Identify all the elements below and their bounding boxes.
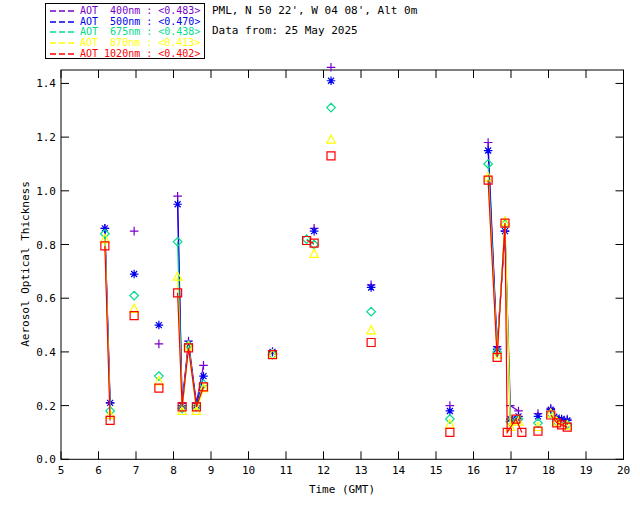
y-tick-label: 1.4 [36,77,56,90]
x-tick-label: 6 [95,464,102,477]
legend-entry-label: AOT 675nm : <0.438> [80,27,200,37]
y-tick-label: 0.4 [36,346,56,359]
x-tick-label: 19 [579,464,592,477]
aot-400nm-line [105,143,567,420]
x-tick-label: 7 [133,464,140,477]
legend-row: AOT 870nm : <0.413> [46,38,204,49]
x-tick-label: 18 [542,464,555,477]
legend-dash-line [50,18,76,26]
aot-400nm-markers [101,63,572,423]
x-tick-label: 15 [429,464,442,477]
x-tick-label: 17 [504,464,517,477]
legend-entry-label: AOT 400nm : <0.483> [80,6,200,16]
x-tick-label: 9 [208,464,215,477]
aot-1020nm-line [105,180,567,432]
x-tick-label: 16 [467,464,480,477]
legend-row: AOT 1020nm : <0.402> [46,48,204,59]
y-tick-label: 1.0 [36,185,56,198]
aot-500nm-line [105,151,567,421]
x-tick-label: 13 [354,464,367,477]
y-axis-label: Aerosol Optical Thickness [19,181,32,347]
x-tick-label: 8 [170,464,177,477]
aot-675nm-markers [101,103,572,428]
x-axis-label: Time (GMT) [242,483,442,496]
chart-canvas: 5678910111213141516171819200.00.20.40.60… [0,0,640,512]
legend-entry-label: AOT 500nm : <0.470> [80,17,200,27]
legend-dash-line [50,39,76,47]
aot-500nm-markers [101,76,572,424]
legend-row: AOT 400nm : <0.483> [46,6,204,17]
station-title: PML, N 50 22', W 04 08', Alt 0m [212,4,417,17]
aot-plot-screen: 5678910111213141516171819200.00.20.40.60… [0,0,640,512]
aot-675nm-line [105,164,567,424]
legend-box: AOT 400nm : <0.483>AOT 500nm : <0.470>AO… [45,3,205,59]
x-tick-label: 14 [392,464,406,477]
x-tick-label: 5 [58,464,65,477]
legend-dash-line [50,50,76,58]
legend-entry-label: AOT 870nm : <0.413> [80,38,200,48]
y-tick-label: 1.2 [36,131,56,144]
data-date-label: Data from: 25 May 2025 [212,24,358,37]
legend-entry-label: AOT 1020nm : <0.402> [80,49,200,59]
x-tick-label: 20 [617,464,630,477]
x-tick-label: 10 [242,464,255,477]
plot-area-frame [61,70,624,459]
aot-870nm-line [105,177,567,427]
x-tick-label: 11 [279,464,292,477]
y-tick-label: 0.0 [36,453,56,466]
y-tick-label: 0.8 [36,239,56,252]
y-tick-label: 0.2 [36,400,56,413]
x-tick-label: 12 [317,464,330,477]
legend-dash-line [50,28,76,36]
y-tick-label: 0.6 [36,292,56,305]
legend-dash-line [50,7,76,15]
